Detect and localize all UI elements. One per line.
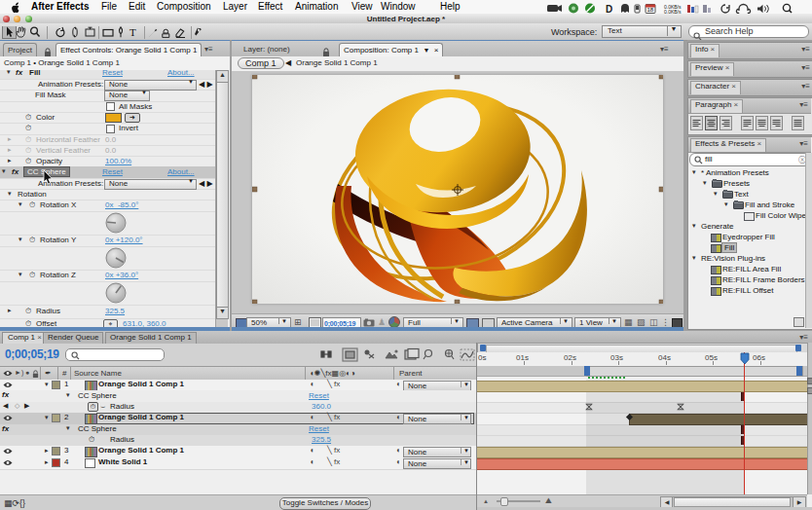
svg-text:18: 18 — [647, 7, 654, 13]
svg-text:D: D — [606, 4, 612, 15]
svg-text:T: T — [129, 26, 136, 38]
